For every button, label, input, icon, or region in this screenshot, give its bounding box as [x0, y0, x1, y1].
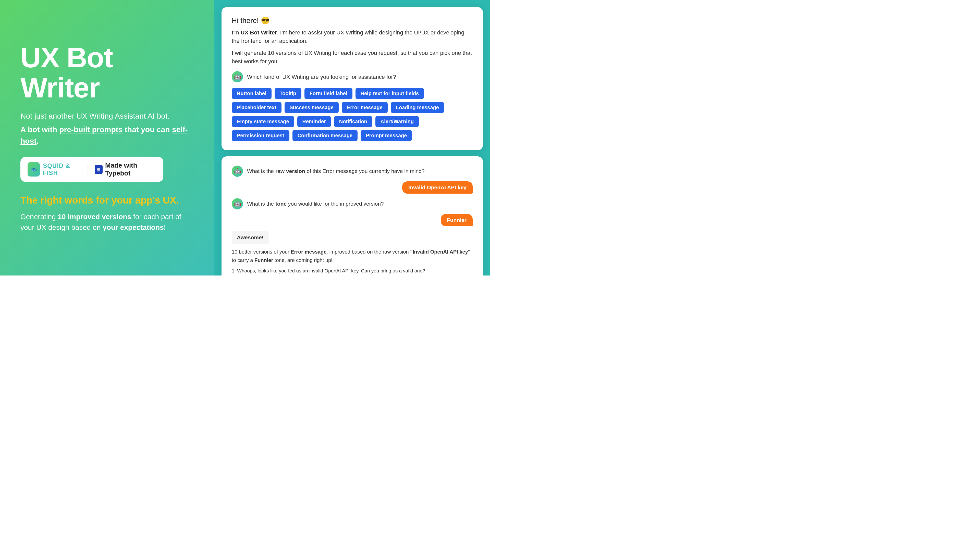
result-items: 1. Whoops, looks like you fed us an inva… [232, 267, 473, 275]
chip-tooltip[interactable]: Tooltip [275, 88, 301, 99]
brand-divider [88, 164, 88, 175]
description: Generating 10 improved versions for each… [21, 211, 194, 233]
result-section: Awesome! 10 better versions of your Erro… [232, 231, 473, 275]
chip-empty-state[interactable]: Empty state message [232, 116, 294, 127]
typebot-icon: ▦ [95, 165, 103, 174]
awesome-box: Awesome! [232, 231, 269, 244]
brand-logo-icon: 🐟 [27, 162, 40, 176]
chip-placeholder[interactable]: Placeholder text [232, 102, 282, 113]
chip-prompt[interactable]: Prompt message [361, 130, 412, 141]
bot-q2: What is the tone you would like for the … [247, 198, 384, 208]
result-item-1: 1. Whoops, looks like you fed us an inva… [232, 267, 473, 275]
brand-name: SQUID & FISH [43, 162, 81, 176]
chip-error[interactable]: Error message [342, 102, 388, 113]
chip-button-label[interactable]: Button label [232, 88, 272, 99]
pre-built-prompts-link[interactable]: pre-built prompts [59, 125, 123, 134]
left-panel: UX Bot Writer Not just another UX Writin… [0, 0, 215, 275]
bot-q1: What is the raw version of this Error me… [247, 165, 425, 175]
chip-grid: Button label Tooltip Form field label He… [232, 88, 473, 141]
chip-notification[interactable]: Notification [334, 116, 372, 127]
user-answer-2: Funnier [441, 214, 473, 226]
chat-card-2: 🤖 What is the raw version of this Error … [221, 156, 483, 275]
brand-logo: 🐟 SQUID & FISH [27, 162, 81, 176]
bot-avatar: 🤖 [232, 71, 243, 83]
main-title: UX Bot Writer [21, 43, 194, 103]
chat-messages: 🤖 What is the raw version of this Error … [232, 165, 473, 275]
typebot-label: Made with Typebot [105, 162, 156, 177]
tagline: The right words for your app's UX. [21, 195, 194, 206]
brand-bar: 🐟 SQUID & FISH ▦ Made with Typebot [21, 157, 163, 182]
chip-reminder[interactable]: Reminder [298, 116, 331, 127]
chat-card-1: Hi there! 😎 I'm UX Bot Writer. I'm here … [221, 7, 483, 150]
bot-avatar-2: 🤖 [232, 165, 243, 177]
chip-form-field-label[interactable]: Form field label [304, 88, 352, 99]
subtitle1: Not just another UX Writing Assistant AI… [21, 110, 194, 122]
chip-help-text[interactable]: Help text for input fields [355, 88, 424, 99]
result-item-2: 2. Uh-oh! This OpenAI API key isn't quit… [232, 275, 473, 275]
bot-description: I will generate 10 versions of UX Writin… [232, 49, 473, 65]
bot-question: Which kind of UX Writing are you looking… [247, 71, 396, 81]
chip-loading[interactable]: Loading message [391, 102, 444, 113]
greeting: Hi there! 😎 [232, 16, 473, 25]
chat-row-q1: 🤖 What is the raw version of this Error … [232, 165, 473, 177]
user-msg-2-wrapper: Funnier [232, 214, 473, 226]
chat-row-q2: 🤖 What is the tone you would like for th… [232, 198, 473, 210]
result-intro-text: 10 better versions of your Error message… [232, 248, 473, 265]
bot-avatar-3: 🤖 [232, 198, 243, 210]
bot-intro: I'm UX Bot Writer. I'm here to assist yo… [232, 28, 473, 45]
chip-confirmation[interactable]: Confirmation message [293, 130, 358, 141]
chip-permission[interactable]: Permission request [232, 130, 290, 141]
right-panel: Hi there! 😎 I'm UX Bot Writer. I'm here … [215, 0, 490, 275]
chip-success[interactable]: Success message [285, 102, 339, 113]
bot-question-row: 🤖 Which kind of UX Writing are you looki… [232, 71, 473, 83]
user-answer-1: Invalid OpenAI API key [402, 181, 473, 194]
subtitle2: A bot with pre-built prompts that you ca… [21, 124, 194, 147]
chip-alert[interactable]: Alert/Warning [375, 116, 419, 127]
user-msg-1-wrapper: Invalid OpenAI API key [232, 181, 473, 194]
typebot-badge: ▦ Made with Typebot [95, 162, 156, 177]
